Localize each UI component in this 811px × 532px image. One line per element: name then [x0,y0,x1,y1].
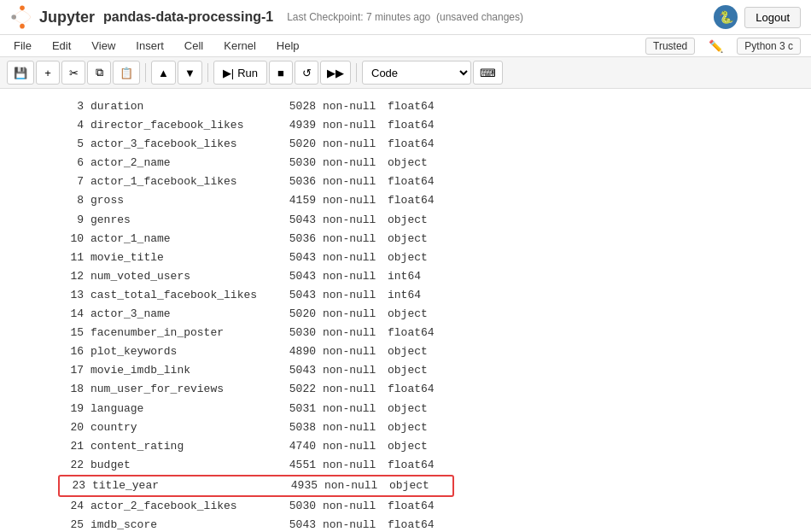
row-null: non-null [323,116,388,135]
row-number: 13 [60,286,90,305]
row-null: non-null [323,400,388,418]
row-dtype: float64 [388,116,449,135]
row-null: non-null [323,211,388,230]
row-count: 4159 [278,191,323,210]
run-icon: ▶| [223,67,234,79]
table-row: 11movie_title5043non-nullobject [60,248,802,267]
run-button[interactable]: ▶| Run [213,61,267,85]
row-count: 5043 [278,516,323,532]
table-row: 22budget4551non-nullfloat64 [60,456,802,475]
row-dtype: int64 [388,286,449,305]
output-cell: 3duration5028non-nullfloat644director_fa… [0,97,811,532]
row-col-name: director_facebook_likes [90,116,278,135]
menu-view[interactable]: View [88,37,119,55]
row-null: non-null [323,230,388,248]
row-col-name: num_user_for_reviews [90,380,278,399]
restart-button[interactable]: ↺ [295,61,318,85]
cell-type-select[interactable]: Code Markdown Raw NBConvert [362,61,471,85]
checkpoint-info: Last Checkpoint: 7 minutes ago (unsaved … [287,11,523,23]
keyboard-button[interactable]: ⌨ [473,61,503,85]
menu-help[interactable]: Help [273,37,303,55]
row-null: non-null [323,497,388,516]
logout-button[interactable]: Logout [744,7,801,28]
row-col-name: actor_3_facebook_likes [90,135,278,154]
table-row: 23title_year4935non-nullobject [58,475,454,497]
table-row: 15facenumber_in_poster5030non-nullfloat6… [60,324,802,342]
copy-button[interactable]: ⧉ [87,61,111,85]
row-col-name: movie_title [90,248,278,267]
row-null: non-null [323,154,388,172]
menu-edit[interactable]: Edit [49,37,74,55]
row-count: 5028 [278,97,323,116]
restart-run-button[interactable]: ▶▶ [320,61,351,85]
row-dtype: object [388,418,449,437]
row-col-name: actor_1_name [90,230,278,248]
row-count: 5030 [278,497,323,516]
table-row: 13cast_total_facebook_likes5043non-nulli… [60,286,802,305]
menu-file[interactable]: File [10,37,35,55]
row-count: 4939 [278,116,323,135]
separator-1 [145,63,146,82]
row-col-name: movie_imdb_link [90,361,278,380]
row-col-name: duration [90,97,278,116]
row-dtype: float64 [388,172,449,191]
row-null: non-null [323,267,388,286]
table-row: 7actor_1_facebook_likes5036non-nullfloat… [60,172,802,191]
data-table: 3duration5028non-nullfloat644director_fa… [60,97,802,532]
row-number: 7 [60,172,90,191]
table-row: 25imdb_score5043non-nullfloat64 [60,516,802,532]
row-number: 23 [61,476,92,495]
cell-label [9,97,60,532]
row-dtype: object [388,361,449,380]
menu-insert[interactable]: Insert [132,37,167,55]
row-col-name: plot_keywords [90,342,278,361]
row-null: non-null [323,437,388,456]
svg-point-0 [20,6,25,11]
table-row: 21content_rating4740non-nullobject [60,437,802,456]
row-count: 5020 [278,135,323,154]
row-number: 14 [60,305,90,324]
row-dtype: object [388,305,449,324]
move-down-button[interactable]: ▼ [178,61,202,85]
edit-pencil-icon[interactable]: ✏️ [709,39,723,53]
row-col-name: actor_2_facebook_likes [90,497,278,516]
move-up-button[interactable]: ▲ [151,61,176,85]
table-row: 6actor_2_name5030non-nullobject [60,154,802,172]
row-null: non-null [324,476,389,495]
cut-button[interactable]: ✂ [61,61,85,85]
save-button[interactable]: 💾 [7,61,34,85]
menu-kernel[interactable]: Kernel [220,37,260,55]
menu-bar: File Edit View Insert Cell Kernel Help T… [0,35,811,57]
stop-button[interactable]: ■ [269,61,293,85]
row-col-name: genres [90,211,278,230]
menu-cell[interactable]: Cell [181,37,207,55]
row-null: non-null [323,305,388,324]
table-row: 5actor_3_facebook_likes5020non-nullfloat… [60,135,802,154]
separator-3 [356,63,357,82]
row-dtype: object [388,154,449,172]
run-label: Run [237,67,258,79]
row-null: non-null [323,418,388,437]
row-dtype: float64 [388,97,449,116]
trusted-badge: Trusted [645,38,695,55]
table-row: 20country5038non-nullobject [60,418,802,437]
row-count: 5043 [278,248,323,267]
table-row: 4director_facebook_likes4939non-nullfloa… [60,116,802,135]
row-count: 4935 [280,476,324,495]
row-count: 5043 [278,211,323,230]
row-number: 24 [60,497,90,516]
table-row: 16plot_keywords4890non-nullobject [60,342,802,361]
row-null: non-null [323,324,388,342]
row-count: 5043 [278,361,323,380]
row-null: non-null [323,361,388,380]
row-count: 4551 [278,456,323,475]
notebook-title: pandas-data-processing-1 [103,9,273,25]
table-row: 19language5031non-nullobject [60,400,802,418]
row-null: non-null [323,342,388,361]
paste-button[interactable]: 📋 [113,61,140,85]
table-row: 24actor_2_facebook_likes5030non-nullfloa… [60,497,802,516]
row-dtype: object [388,230,449,248]
row-dtype: object [388,211,449,230]
add-cell-button[interactable]: + [36,61,60,85]
top-bar: Jupyter pandas-data-processing-1 Last Ch… [0,0,811,35]
